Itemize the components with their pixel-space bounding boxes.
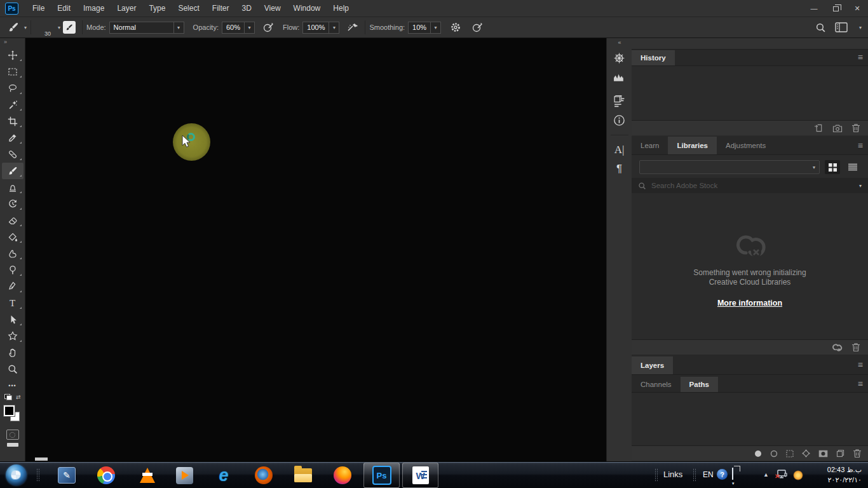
- swap-colors-icon[interactable]: ⇄: [16, 394, 21, 403]
- menu-3d[interactable]: 3D: [235, 0, 257, 17]
- load-path-as-selection-icon[interactable]: [786, 450, 794, 458]
- dock-collapse-toggle[interactable]: «: [607, 38, 632, 48]
- language-bar-restore-icon[interactable]: ▾: [732, 468, 735, 486]
- taskbar-photoshop-active[interactable]: Ps: [363, 463, 400, 488]
- taskbar-firefox[interactable]: [332, 465, 353, 485]
- grid-view-button[interactable]: [825, 160, 840, 174]
- taskbar-internet-explorer[interactable]: e: [213, 465, 234, 485]
- taskbar-word-active[interactable]: W: [402, 463, 438, 488]
- libraries-panel-menu-icon[interactable]: ≡: [858, 140, 863, 151]
- character-panel-icon[interactable]: A|: [607, 140, 632, 159]
- menu-view[interactable]: View: [258, 0, 287, 17]
- smoothing-input[interactable]: 10% ▾: [408, 22, 441, 34]
- path-selection-tool[interactable]: [2, 311, 24, 328]
- document-canvas[interactable]: [25, 38, 606, 461]
- new-snapshot-camera-icon[interactable]: [832, 124, 843, 133]
- delete-state-trash-icon[interactable]: [851, 123, 860, 133]
- menu-edit[interactable]: Edit: [51, 0, 77, 17]
- language-help-icon[interactable]: ?: [717, 469, 728, 480]
- hand-tool[interactable]: [2, 344, 24, 361]
- taskbar-file-explorer[interactable]: [292, 465, 314, 485]
- paths-panel-menu-icon[interactable]: ≡: [858, 379, 863, 389]
- foreground-color-swatch[interactable]: [4, 405, 15, 416]
- menu-layer[interactable]: Layer: [111, 0, 142, 17]
- network-disconnected-icon[interactable]: ✕: [776, 469, 788, 479]
- lasso-tool[interactable]: [2, 80, 24, 97]
- pressure-size-icon[interactable]: [469, 20, 485, 34]
- spot-healing-brush-tool[interactable]: [2, 146, 24, 163]
- menu-image[interactable]: Image: [77, 0, 111, 17]
- quick-mask-button[interactable]: [6, 430, 19, 440]
- language-indicator[interactable]: EN: [703, 470, 714, 479]
- make-path-from-selection-icon[interactable]: [802, 449, 810, 458]
- info-panel-icon[interactable]: [607, 111, 632, 130]
- toggle-brush-panel-button[interactable]: [63, 21, 76, 34]
- paths-list[interactable]: [632, 393, 868, 445]
- custom-shape-tool[interactable]: [2, 328, 24, 344]
- 3d-panel-icon[interactable]: [607, 92, 632, 111]
- airbrush-icon[interactable]: [344, 20, 361, 34]
- show-hidden-icons-button[interactable]: ▲: [763, 471, 769, 478]
- rectangular-marquee-tool[interactable]: [2, 64, 24, 80]
- tool-preset-picker[interactable]: ▾: [5, 20, 27, 34]
- zoom-tool[interactable]: [2, 361, 24, 377]
- mode-select[interactable]: Normal ▾: [109, 22, 184, 34]
- layers-panel-menu-icon[interactable]: ≡: [858, 360, 863, 370]
- history-list[interactable]: [632, 66, 868, 120]
- menu-type[interactable]: Type: [142, 0, 172, 17]
- tab-paths[interactable]: Paths: [681, 377, 718, 392]
- taskbar-media-player[interactable]: [173, 465, 195, 485]
- navigator-panel-icon[interactable]: [607, 48, 632, 67]
- more-information-link[interactable]: More information: [717, 299, 782, 308]
- tab-learn[interactable]: Learn: [632, 137, 668, 154]
- library-select-dropdown[interactable]: ▾: [639, 160, 820, 174]
- language-bar-grip[interactable]: [693, 468, 696, 482]
- tab-adjustments[interactable]: Adjustments: [717, 137, 775, 154]
- add-mask-icon[interactable]: [818, 450, 828, 458]
- delete-library-trash-icon[interactable]: [851, 342, 860, 352]
- smudge-tool[interactable]: [2, 245, 24, 262]
- taskbar-grip[interactable]: [36, 468, 40, 482]
- smoothing-options-gear-icon[interactable]: [447, 20, 464, 34]
- delete-path-trash-icon[interactable]: [853, 449, 862, 458]
- eyedropper-tool[interactable]: [2, 130, 24, 146]
- history-brush-tool[interactable]: [2, 196, 24, 212]
- taskbar-firefox-old[interactable]: [253, 465, 275, 485]
- tab-layers[interactable]: Layers: [632, 356, 673, 374]
- new-path-icon[interactable]: [836, 449, 844, 458]
- brush-tool[interactable]: [2, 163, 24, 179]
- search-icon[interactable]: [815, 22, 826, 33]
- close-button[interactable]: ✕: [846, 0, 868, 17]
- workspace-switcher-icon[interactable]: [835, 22, 848, 32]
- quick-selection-tool[interactable]: [2, 97, 24, 113]
- dodge-tool[interactable]: [2, 262, 24, 278]
- adobe-stock-search[interactable]: Search Adobe Stock ▾: [632, 178, 868, 193]
- opacity-input[interactable]: 60% ▾: [222, 22, 255, 34]
- tab-channels[interactable]: Channels: [632, 377, 681, 392]
- crop-tool[interactable]: [2, 113, 24, 130]
- clone-stamp-tool[interactable]: [2, 179, 24, 196]
- list-view-button[interactable]: [845, 160, 860, 174]
- eraser-tool[interactable]: [2, 212, 24, 229]
- more-tools-button[interactable]: •••: [2, 377, 24, 394]
- paragraph-panel-icon[interactable]: ¶: [607, 159, 632, 179]
- default-colors-icon[interactable]: [4, 394, 10, 399]
- minimize-button[interactable]: —: [803, 0, 825, 17]
- menu-window[interactable]: Window: [287, 0, 327, 17]
- pressure-opacity-icon[interactable]: [260, 20, 276, 34]
- menu-select[interactable]: Select: [172, 0, 205, 17]
- links-toolbar-grip[interactable]: [654, 468, 658, 482]
- flow-input[interactable]: 100% ▾: [302, 22, 339, 34]
- new-document-from-state-icon[interactable]: [814, 123, 824, 133]
- tab-history[interactable]: History: [632, 50, 675, 65]
- pen-tool[interactable]: [2, 278, 24, 295]
- menu-help[interactable]: Help: [327, 0, 355, 17]
- tab-libraries[interactable]: Libraries: [668, 137, 717, 154]
- restore-button[interactable]: [825, 0, 846, 17]
- cc-sync-error-icon[interactable]: [831, 342, 843, 352]
- fill-path-icon[interactable]: [754, 450, 762, 458]
- stroke-path-icon[interactable]: [770, 450, 778, 458]
- screen-mode-button[interactable]: [7, 443, 18, 447]
- histogram-panel-icon[interactable]: [607, 67, 632, 86]
- taskbar-vlc[interactable]: [137, 465, 158, 485]
